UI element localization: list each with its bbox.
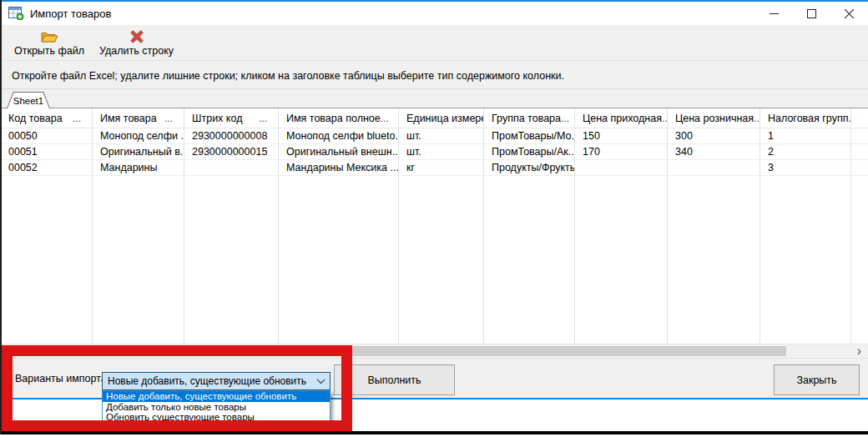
column-label: Имя товара полное <box>286 113 381 124</box>
screen-bottom-bar <box>0 431 868 434</box>
table-cell: шт. <box>398 128 483 144</box>
window-controls <box>755 2 868 25</box>
table-cell <box>574 160 667 176</box>
table-cell <box>184 160 278 176</box>
delete-row-button[interactable]: Удалить строку <box>92 28 181 58</box>
close-dialog-button[interactable]: Закрыть <box>774 364 860 395</box>
grid-vline <box>92 108 93 344</box>
column-label: Имя товара <box>100 113 157 124</box>
column-header-kod-tovara[interactable]: Код товара... <box>0 108 92 128</box>
column-more-indicator: ... <box>561 113 574 124</box>
table-cell: 2 <box>760 144 850 160</box>
minimize-icon <box>770 9 779 18</box>
table-cell: Оригинальный в... <box>92 144 184 160</box>
table-row[interactable]: 00051 Оригинальный в... 2930000000015 Ор… <box>0 144 868 160</box>
dropdown-option[interactable]: Обновить существующие товары <box>103 412 330 423</box>
column-more-indicator: ... <box>259 113 278 124</box>
titlebar: Импорт товаров <box>0 2 868 25</box>
table-cell: кг <box>398 160 483 176</box>
column-more-indicator: ... <box>164 113 184 124</box>
maximize-button[interactable] <box>793 2 830 25</box>
dropdown-option[interactable]: Добавить только новые товары <box>103 402 330 413</box>
table-cell: 170 <box>574 144 667 160</box>
table-cell: Монопод селфи ... <box>92 128 184 144</box>
dropdown-list: Новые добавить, существующие обновить До… <box>102 390 331 424</box>
column-header-shtrih-kod[interactable]: Штрих код... <box>184 108 278 128</box>
column-label: Код товара <box>8 113 63 124</box>
sheet-tab-label: Sheet1 <box>8 93 49 108</box>
import-options-combobox[interactable]: Новые добавить, существующие обновить <box>102 372 331 390</box>
table-cell: ПромТовары/Мо... <box>483 128 574 144</box>
folder-icon <box>41 28 58 44</box>
table-row[interactable]: 00050 Монопод селфи ... 2930000000008 Мо… <box>0 128 868 144</box>
screen-left-edge <box>0 0 2 434</box>
column-more-indicator: ... <box>754 113 760 124</box>
tab-strip: Sheet1 <box>0 89 868 108</box>
table-cell: 2930000000015 <box>184 144 278 160</box>
close-icon <box>845 9 854 18</box>
chevron-down-icon <box>311 379 330 384</box>
delete-row-icon <box>130 28 144 44</box>
table-cell: ПромТовары/Ак... <box>483 144 574 160</box>
horizontal-scrollbar[interactable]: › <box>0 344 868 359</box>
grid-vline <box>483 108 484 344</box>
app-icon <box>8 7 24 20</box>
grid-vline <box>278 108 279 344</box>
column-label: Штрих код <box>192 113 242 124</box>
execute-button[interactable]: Выполнить <box>334 364 455 395</box>
combobox-value: Новые добавить, существующие обновить <box>103 375 311 387</box>
table-cell: 340 <box>667 144 760 160</box>
toolbar: Открыть файл Удалить строку <box>0 25 868 61</box>
table-cell: 00050 <box>0 128 92 144</box>
column-header-edinica[interactable]: Единица измере... <box>398 108 483 128</box>
dropdown-option-selected[interactable]: Новые добавить, существующие обновить <box>103 391 330 402</box>
table-row[interactable]: 00052 Мандарины Мандарины Мексика ... кг… <box>0 160 868 176</box>
grid-vline <box>574 108 575 344</box>
column-label: Группа товара <box>492 113 561 124</box>
column-label: Налоговая групп... <box>768 113 850 124</box>
table-cell: 3 <box>760 160 850 176</box>
column-label: Цена приходная <box>583 113 662 124</box>
column-header-nalog[interactable]: Налоговая групп... <box>760 108 850 128</box>
column-header-imya-polnoe[interactable]: Имя товара полное... <box>278 108 398 128</box>
table-cell: Монопод селфи blueto... <box>278 128 398 144</box>
column-more-indicator: ... <box>381 113 398 124</box>
table-cell: Мандарины <box>92 160 184 176</box>
table-cell: 00052 <box>0 160 92 176</box>
column-label: Единица измере... <box>406 113 483 124</box>
column-label: Цена розничная <box>675 113 754 124</box>
open-file-button[interactable]: Открыть файл <box>7 28 92 58</box>
import-window: Импорт товаров <box>0 0 868 399</box>
table-cell: 00051 <box>0 144 92 160</box>
maximize-icon <box>807 9 816 18</box>
column-more-indicator: ... <box>73 113 92 124</box>
grid-vline <box>850 108 851 344</box>
window-title: Импорт товаров <box>30 8 111 20</box>
column-header-cena-roznica[interactable]: Цена розничная... <box>667 108 760 128</box>
grid-vline <box>398 108 399 344</box>
close-button[interactable] <box>830 2 868 25</box>
scrollbar-thumb[interactable] <box>8 346 786 356</box>
table-header-row: Код товара... Имя товара... Штрих код...… <box>0 108 868 128</box>
screen: Импорт товаров <box>0 0 868 437</box>
import-options-label: Варианты импорта: <box>15 373 109 384</box>
table-cell <box>667 160 760 176</box>
scrollbar-right-arrow-icon[interactable]: › <box>857 344 861 359</box>
table-cell: Оригинальный внешн... <box>278 144 398 160</box>
table-cell: 1 <box>760 128 850 144</box>
instruction-text: Откройте файл Excel; удалите лишние стро… <box>0 61 868 89</box>
import-table: Код товара... Имя товара... Штрих код...… <box>0 108 868 344</box>
table-cell: 300 <box>667 128 760 144</box>
grid-vline <box>667 108 668 344</box>
table-cell: 2930000000008 <box>184 128 278 144</box>
grid-vline <box>760 108 760 344</box>
delete-row-label: Удалить строку <box>99 45 174 57</box>
column-header-cena-prihod[interactable]: Цена приходная... <box>574 108 667 128</box>
table-cell: Продукты/Фрукты <box>483 160 574 176</box>
sheet-tab[interactable]: Sheet1 <box>7 92 50 108</box>
column-header-gruppa[interactable]: Группа товара... <box>483 108 574 128</box>
table-cell: 150 <box>574 128 667 144</box>
column-header-imya-tovara[interactable]: Имя товара... <box>92 108 184 128</box>
minimize-button[interactable] <box>755 2 793 25</box>
table-cell: шт. <box>398 144 483 160</box>
